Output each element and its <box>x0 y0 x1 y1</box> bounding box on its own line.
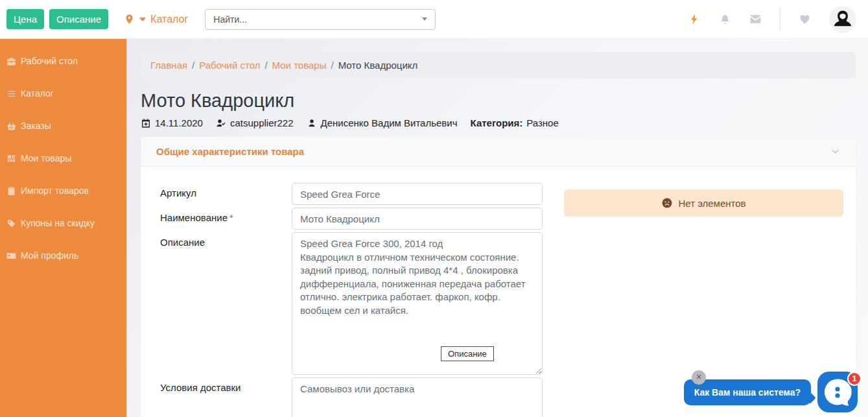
user-check-icon <box>216 118 226 128</box>
page-title: Мото Квадроцикл <box>141 90 868 112</box>
topbar-actions <box>688 6 856 33</box>
list-icon <box>6 89 16 99</box>
envelope-icon[interactable] <box>749 13 762 25</box>
form-row-description: Описание Speed Grea Force 300, 2014 год … <box>160 232 543 375</box>
bell-icon[interactable] <box>719 13 731 25</box>
panel-header[interactable]: Общие характеристики товара <box>141 137 856 167</box>
products-icon <box>6 154 16 163</box>
form-row-articul: Артикул <box>160 183 543 205</box>
name-input[interactable] <box>292 208 543 230</box>
price-button[interactable]: Цена <box>6 9 44 29</box>
description-label: Описание <box>160 232 292 375</box>
sidebar-item-label: Рабочий стол <box>21 56 78 66</box>
breadcrumb-link-home[interactable]: Главная <box>150 60 187 71</box>
delivery-label: Условия доставки <box>160 377 292 417</box>
sidebar-item-label: Импорт товаров <box>21 185 89 196</box>
sidebar-item-profile[interactable]: Мой профиль <box>0 239 126 272</box>
sidebar-item-my-products[interactable]: Мои товары <box>0 142 126 174</box>
heart-icon[interactable] <box>799 13 811 25</box>
sidebar-item-label: Купоны на скидку <box>21 218 95 228</box>
lightning-icon[interactable] <box>688 13 701 25</box>
topbar: Цена Описание Каталог Найти... <box>0 0 868 39</box>
search-select[interactable]: Найти... <box>205 9 436 30</box>
breadcrumb-separator: / <box>264 60 267 71</box>
meta-owner: Денисенко Вадим Витальевич <box>307 117 458 128</box>
meta-date: 14.11.2020 <box>141 117 203 128</box>
catalog-dropdown[interactable]: Каталог <box>124 14 188 25</box>
basket-icon <box>6 121 16 131</box>
sad-face-icon <box>661 197 673 209</box>
catalog-label: Каталог <box>150 14 188 25</box>
clipboard-icon <box>6 186 16 196</box>
chat-close-button[interactable]: × <box>692 370 706 385</box>
sidebar-item-label: Заказы <box>21 121 51 131</box>
breadcrumb: Главная/Рабочий стол/Мои товары/Мото Ква… <box>141 52 856 78</box>
meta-row: 14.11.2020 catsupplier222 Денисенко Вади… <box>141 117 868 128</box>
no-elements-text: Нет элементов <box>678 198 745 209</box>
search-placeholder: Найти... <box>213 14 247 25</box>
meta-category: Категория: Разное <box>471 117 559 128</box>
chevron-down-icon <box>422 18 427 21</box>
articul-input[interactable] <box>292 183 543 205</box>
no-elements-alert: Нет элементов <box>564 189 843 217</box>
meta-supplier-value: catsupplier222 <box>230 117 294 128</box>
sidebar-item-coupons[interactable]: Купоны на скидку <box>0 207 126 239</box>
user-icon <box>307 118 317 128</box>
sidebar-item-catalog[interactable]: Каталог <box>0 77 126 110</box>
articul-label: Артикул <box>160 183 292 205</box>
breadcrumb-link-dashboard[interactable]: Рабочий стол <box>199 60 260 71</box>
chevron-down-icon <box>139 18 146 21</box>
id-card-icon <box>6 251 16 261</box>
chat-notification-badge: 1 <box>847 372 862 386</box>
divider <box>780 7 780 32</box>
description-button[interactable]: Описание <box>49 9 108 29</box>
breadcrumb-link-my-products[interactable]: Мои товары <box>272 60 327 71</box>
avatar[interactable] <box>829 6 856 33</box>
product-panel: Общие характеристики товара Артикул Наим… <box>141 137 856 417</box>
description-textarea-wrap: Speed Grea Force 300, 2014 год Квадроцик… <box>292 232 543 375</box>
meta-date-value: 14.11.2020 <box>155 117 203 128</box>
delivery-textarea-wrap: Самовывоз или доставка <box>292 377 543 417</box>
delivery-textarea[interactable]: Самовывоз или доставка <box>292 377 543 417</box>
meta-supplier: catsupplier222 <box>216 117 294 128</box>
main-content: Главная/Рабочий стол/Мои товары/Мото Ква… <box>126 39 868 417</box>
location-pin-icon <box>124 14 135 25</box>
description-tooltip: Описание <box>441 346 494 361</box>
sidebar-item-label: Мои товары <box>21 153 71 163</box>
sidebar-item-import[interactable]: Импорт товаров <box>0 174 126 207</box>
chevron-down-icon[interactable] <box>830 147 840 156</box>
meta-owner-value: Денисенко Вадим Витальевич <box>321 117 458 128</box>
product-form: Артикул Наименование* Описание Speed Gre… <box>160 183 543 417</box>
breadcrumb-current: Мото Квадроцикл <box>338 60 418 71</box>
tag-icon <box>6 219 16 228</box>
category-label: Категория: <box>471 117 523 128</box>
sidebar-item-dashboard[interactable]: Рабочий стол <box>0 45 126 77</box>
panel-title: Общие характеристики товара <box>156 146 304 157</box>
form-row-name: Наименование* <box>160 208 543 230</box>
category-value: Разное <box>526 117 559 128</box>
briefcase-icon <box>6 56 16 66</box>
name-label: Наименование* <box>160 208 292 230</box>
breadcrumb-separator: / <box>331 60 333 71</box>
sidebar-item-label: Мой профиль <box>21 250 78 261</box>
breadcrumb-separator: / <box>192 60 194 71</box>
sidebar: Рабочий стол Каталог Заказы Мои товары И… <box>0 39 126 417</box>
sidebar-item-orders[interactable]: Заказы <box>0 110 126 142</box>
sidebar-item-label: Каталог <box>21 88 54 99</box>
required-mark: * <box>229 212 233 223</box>
description-textarea[interactable]: Speed Grea Force 300, 2014 год Квадроцик… <box>292 232 543 375</box>
calendar-icon <box>141 118 151 128</box>
form-row-delivery: Условия доставки Самовывоз или доставка <box>160 377 543 417</box>
